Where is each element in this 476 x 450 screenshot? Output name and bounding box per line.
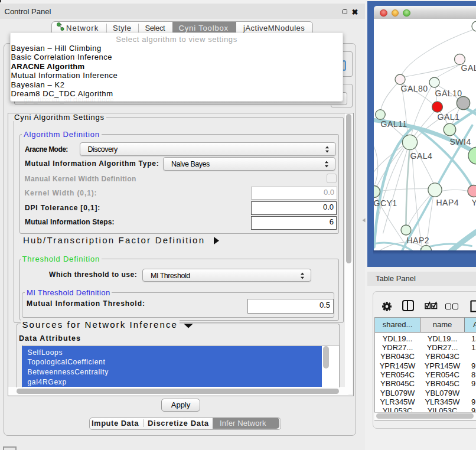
svg-text:GAL11: GAL11	[380, 119, 407, 129]
svg-text:SWI4: SWI4	[449, 136, 471, 146]
svg-text:GAL80: GAL80	[400, 83, 428, 93]
svg-text:Y: Y	[471, 197, 476, 207]
svg-text:GAL: GAL	[461, 63, 476, 72]
svg-text:GAL10: GAL10	[435, 88, 462, 97]
svg-text:HAP2: HAP2	[406, 235, 429, 244]
svg-text:GAL1: GAL1	[437, 112, 459, 121]
svg-text:GAL4: GAL4	[410, 151, 432, 160]
svg-text:GCY1: GCY1	[374, 198, 397, 207]
svg-text:HAP4: HAP4	[436, 197, 459, 207]
